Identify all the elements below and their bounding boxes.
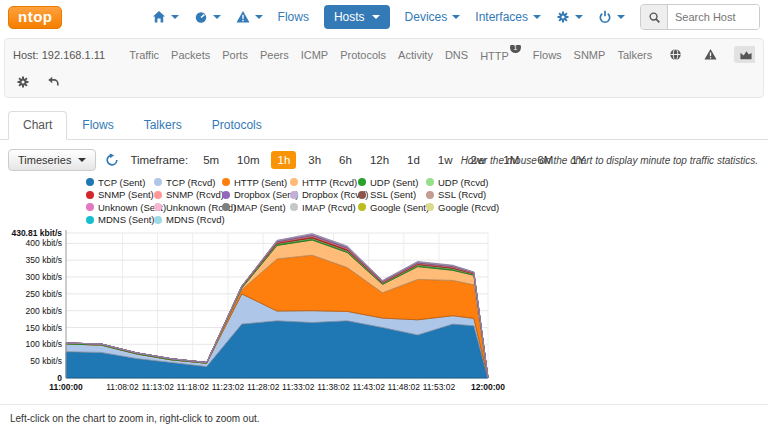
legend-tcp-rcvd[interactable]: TCP (Rcvd) <box>154 176 222 189</box>
legend-color-dot <box>222 191 230 199</box>
host-menu-activity[interactable]: Activity <box>398 49 433 61</box>
traffic-chart-svg[interactable]: 430.81 kbit/s400 kbit/s350 kbit/s300 kbi… <box>4 228 524 394</box>
history-icon <box>105 153 119 167</box>
timeframe-1w[interactable]: 1w <box>432 151 459 169</box>
legend-tcp-sent[interactable]: TCP (Sent) <box>86 176 154 189</box>
nav-devices-link[interactable]: Devices <box>405 10 461 24</box>
legend-udp-rcvd[interactable]: UDP (Rcvd) <box>426 176 494 189</box>
legend-color-dot <box>154 191 162 199</box>
traffic-chart: 430.81 kbit/s400 kbit/s350 kbit/s300 kbi… <box>4 228 768 398</box>
host-menu-dns[interactable]: DNS <box>445 49 468 61</box>
chart-legend: TCP (Sent)TCP (Rcvd)HTTP (Sent)HTTP (Rcv… <box>86 176 768 226</box>
host-menu-http[interactable]: HTTP1 <box>480 47 521 62</box>
legend-dropbox-sent[interactable]: Dropbox (Sent) <box>222 189 290 202</box>
timeframe-1h[interactable]: 1h <box>271 151 296 169</box>
x-tick-label: 12:00:00 <box>471 382 505 392</box>
search-button[interactable] <box>641 5 668 29</box>
alerts-menu[interactable] <box>236 10 263 24</box>
legend-snmp-rcvd[interactable]: SNMP (Rcvd) <box>154 189 222 202</box>
timeframe-3h[interactable]: 3h <box>302 151 327 169</box>
legend-color-dot <box>426 203 434 211</box>
nav-power-menu[interactable] <box>598 10 625 24</box>
legend-color-dot <box>358 203 366 211</box>
legend-unknown-rcvd[interactable]: Unknown (Rcvd) <box>154 201 222 214</box>
host-alerts-button[interactable] <box>699 46 722 63</box>
timeframe-10m[interactable]: 10m <box>231 151 265 169</box>
legend-label: UDP (Rcvd) <box>438 177 489 188</box>
globe-icon-button[interactable] <box>664 46 687 63</box>
legend-dropbox-rcvd[interactable]: Dropbox (Rcvd) <box>290 189 358 202</box>
nav-settings-menu[interactable] <box>556 10 583 24</box>
legend-imap-sent[interactable]: IMAP (Sent) <box>222 201 290 214</box>
nav-hosts-button[interactable]: Hosts <box>324 5 390 29</box>
home-icon <box>152 10 166 24</box>
chart-view-button[interactable] <box>734 46 755 63</box>
timeseries-dropdown-button[interactable]: Timeseries <box>8 149 96 171</box>
tab-flows[interactable]: Flows <box>67 111 128 140</box>
legend-label: TCP (Rcvd) <box>166 177 215 188</box>
caret-down-icon <box>575 15 583 19</box>
legend-label: IMAP (Rcvd) <box>302 202 356 213</box>
legend-color-dot <box>426 178 434 186</box>
caret-down-icon <box>452 15 460 19</box>
timeframe-6h[interactable]: 6h <box>333 151 358 169</box>
x-tick-label: 11:13:02 <box>141 382 174 392</box>
host-menu-packets[interactable]: Packets <box>171 49 210 61</box>
legend-google-sent[interactable]: Google (Sent) <box>358 201 426 214</box>
globe-icon <box>669 48 682 61</box>
legend-http-rcvd[interactable]: HTTP (Rcvd) <box>290 176 358 189</box>
legend-google-rcvd[interactable]: Google (Rcvd) <box>426 201 494 214</box>
host-menu-icmp[interactable]: ICMP <box>301 49 329 61</box>
legend-http-sent[interactable]: HTTP (Sent) <box>222 176 290 189</box>
timeframe-label: Timeframe: <box>130 154 188 166</box>
timeframe-1d[interactable]: 1d <box>401 151 426 169</box>
legend-udp-sent[interactable]: UDP (Sent) <box>358 176 426 189</box>
legend-label: HTTP (Sent) <box>234 177 287 188</box>
legend-unknown-sent[interactable]: Unknown (Sent) <box>86 201 154 214</box>
legend-mdns-rcvd[interactable]: MDNS (Rcvd) <box>154 214 222 227</box>
refresh-history-button[interactable] <box>105 153 119 167</box>
host-menu-traffic[interactable]: Traffic <box>129 49 159 61</box>
ntop-logo[interactable]: ntop <box>8 6 62 29</box>
tab-protocols[interactable]: Protocols <box>197 111 277 140</box>
x-tick-label: 11:00:00 <box>49 382 83 392</box>
host-label: Host: 192.168.1.11 <box>13 49 105 61</box>
legend-color-dot <box>222 203 230 211</box>
y-tick-label: 350 kbit/s <box>26 255 62 265</box>
y-tick-label: 250 kbit/s <box>26 289 62 299</box>
legend-label: MDNS (Sent) <box>98 214 154 225</box>
timeframe-12h[interactable]: 12h <box>364 151 395 169</box>
host-menu-flows[interactable]: Flows <box>533 49 562 61</box>
legend-imap-rcvd[interactable]: IMAP (Rcvd) <box>290 201 358 214</box>
caret-down-icon <box>213 15 221 19</box>
nav-flows-link[interactable]: Flows <box>278 10 309 24</box>
legend-color-dot <box>222 178 230 186</box>
legend-label: SNMP (Rcvd) <box>166 189 224 200</box>
back-button[interactable] <box>46 72 60 90</box>
legend-snmp-sent[interactable]: SNMP (Sent) <box>86 189 154 202</box>
host-menu-talkers[interactable]: Talkers <box>617 49 652 61</box>
legend-ssl-sent[interactable]: SSL (Sent) <box>358 189 426 202</box>
host-menu-ports[interactable]: Ports <box>222 49 248 61</box>
search-input[interactable] <box>668 5 759 29</box>
host-menu-protocols[interactable]: Protocols <box>340 49 386 61</box>
x-tick-label: 11:48:02 <box>388 382 421 392</box>
home-menu[interactable] <box>152 10 179 24</box>
host-menu-row: Host: 192.168.1.11 TrafficPacketsPortsPe… <box>13 45 755 64</box>
tab-chart[interactable]: Chart <box>8 111 67 140</box>
y-tick-label: 100 kbit/s <box>26 339 62 349</box>
legend-ssl-rcvd[interactable]: SSL (Rcvd) <box>426 189 494 202</box>
search-icon <box>648 11 661 24</box>
legend-label: TCP (Sent) <box>98 177 145 188</box>
tab-talkers[interactable]: Talkers <box>129 111 197 140</box>
caret-down-icon <box>171 15 179 19</box>
timeframe-5m[interactable]: 5m <box>197 151 225 169</box>
legend-mdns-sent[interactable]: MDNS (Sent) <box>86 214 154 227</box>
host-menu-snmp[interactable]: SNMP <box>574 49 606 61</box>
dashboard-menu[interactable] <box>194 10 221 24</box>
host-settings-button[interactable] <box>16 72 30 90</box>
host-tools-row <box>13 70 755 91</box>
nav-interfaces-link[interactable]: Interfaces <box>475 10 541 24</box>
host-menu-peers[interactable]: Peers <box>260 49 289 61</box>
timeseries-label: Timeseries <box>18 154 71 166</box>
